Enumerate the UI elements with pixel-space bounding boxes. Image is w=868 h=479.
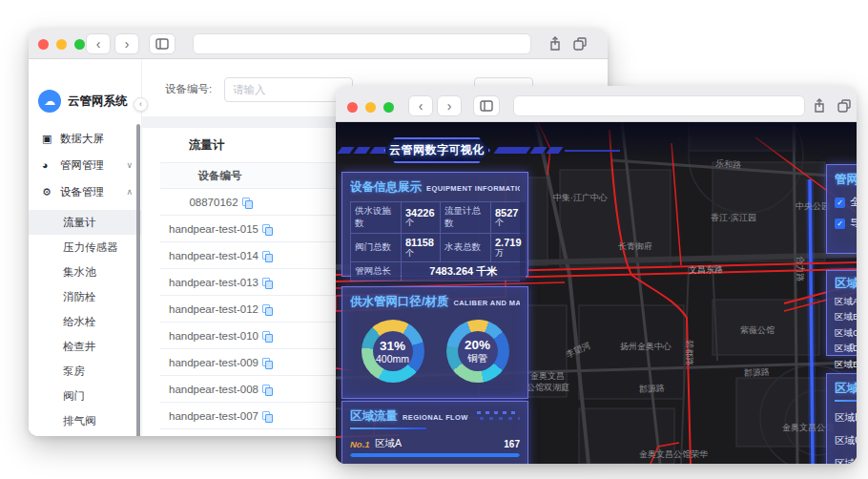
region-flow-row: 区域B <box>835 411 857 425</box>
sidebar-scrollbar[interactable] <box>136 124 140 436</box>
caliber-material-panel: 供水管网口径/材质 CALIBER AND MATERIAL 31% 400mm… <box>341 286 528 399</box>
checkbox-label: 全选 <box>850 196 857 209</box>
copy-tabs-button[interactable] <box>835 96 854 115</box>
tab-overview-button[interactable] <box>473 95 500 116</box>
checkbox-checked-icon[interactable] <box>835 219 845 229</box>
close-window-button[interactable] <box>38 39 49 50</box>
copy-id-icon[interactable] <box>262 251 271 260</box>
sidebar-subitem-exhaust-valve[interactable]: 排气阀 <box>29 408 142 433</box>
tab-overview-button[interactable] <box>149 33 176 54</box>
copy-id-icon[interactable] <box>262 331 271 341</box>
pipeline-icon: ◕ <box>42 159 53 171</box>
legend-label: 区域E <box>835 359 857 371</box>
address-bar[interactable] <box>513 95 805 116</box>
app-logo: ☁ <box>38 90 61 113</box>
traffic-lights <box>347 102 394 113</box>
back-button[interactable]: ‹ <box>86 33 111 54</box>
forward-button[interactable]: › <box>114 33 139 54</box>
share-icon <box>548 36 562 52</box>
stat-unit: 万 <box>495 249 522 259</box>
copy-id-icon[interactable] <box>262 304 271 314</box>
sidebar: ☁ 云管网系统 ▣ 数据大屏 ◕ 管网管理 ∨ ⚙ 设备管理 ∧ 流量计 <box>29 59 142 436</box>
legend-item: 区域C <box>835 327 857 340</box>
sidebar-item-pipe-mgmt[interactable]: ◕ 管网管理 ∨ <box>29 153 142 177</box>
checkbox-checked-icon[interactable] <box>835 198 845 208</box>
stat-unit: 个 <box>495 219 522 228</box>
stat-label: 阀门总数 <box>355 241 397 254</box>
browser-titlebar[interactable]: ‹ › <box>336 86 857 122</box>
donut-percent: 31% <box>380 339 405 353</box>
sidebar-item-data-screen[interactable]: ▣ 数据大屏 <box>29 126 142 151</box>
title-underline <box>835 400 857 402</box>
sidebar-subitem-water-hydrant[interactable]: 给水栓 <box>29 309 142 334</box>
device-id: handpear-test-009 <box>169 357 258 368</box>
copy-id-icon[interactable] <box>262 358 271 367</box>
stat-label: 管网总长 <box>355 265 397 278</box>
map-label: 扬州金奥中心 <box>620 342 672 351</box>
sidebar-subitem-outlet[interactable]: 出水口 <box>29 433 142 436</box>
header-deco-right <box>496 147 620 154</box>
sidebar-collapse-button[interactable]: ‹ <box>134 97 148 112</box>
flow-bar <box>350 453 520 457</box>
donut-label: 铜管 <box>467 352 487 365</box>
sidebar-subitem-flowmeter[interactable]: 流量计 <box>29 210 142 235</box>
share-button[interactable] <box>810 96 829 115</box>
copy-id-icon[interactable] <box>242 198 251 207</box>
copy-id-icon[interactable] <box>262 411 271 421</box>
minimize-window-button[interactable] <box>365 102 376 113</box>
minimize-window-button[interactable] <box>56 39 67 50</box>
device-no-label: 设备编号: <box>165 82 212 96</box>
map-label: 郡源路 <box>744 367 770 378</box>
close-window-button[interactable] <box>347 102 358 113</box>
map-label: 金奥文昌 <box>530 371 565 381</box>
panel-title: 区域峰值 <box>835 276 857 292</box>
copy-id-icon[interactable] <box>262 278 271 287</box>
flow-row: No.1 区域A 167 <box>350 437 520 450</box>
app-title: 云管网系统 <box>68 94 128 110</box>
device-no-input[interactable] <box>224 77 353 102</box>
stat-value: 7483.264 千米 <box>429 265 497 278</box>
chevron-up-icon: ∧ <box>126 187 133 197</box>
back-button[interactable]: ‹ <box>408 95 433 116</box>
copy-icon <box>573 37 588 52</box>
zoom-window-button[interactable] <box>383 102 394 113</box>
forward-button[interactable]: › <box>437 95 462 116</box>
map-label: 金奥文昌公馆荣华 <box>639 449 708 459</box>
app-logo-row: ☁ 云管网系统 <box>38 90 128 113</box>
legend-item: 区域B <box>835 311 857 323</box>
browser-titlebar[interactable]: ‹ › <box>29 29 608 59</box>
copy-id-icon[interactable] <box>262 224 271 234</box>
title-underline <box>350 427 426 429</box>
sidebar-subitem-inspection-well[interactable]: 检查井 <box>29 334 142 359</box>
copy-tabs-button[interactable] <box>570 34 589 53</box>
legend-label: 区域A <box>835 296 857 308</box>
layer-checkbox-row[interactable]: 导入 <box>835 217 857 230</box>
address-bar[interactable] <box>193 33 531 54</box>
sidebar-subitem-valve[interactable]: 阀门 <box>29 384 142 408</box>
copy-id-icon[interactable] <box>262 385 271 394</box>
sidebar-item-device-mgmt[interactable]: ⚙ 设备管理 ∧ <box>29 179 142 204</box>
map-label: 香江·滨江园 <box>711 213 756 222</box>
share-button[interactable] <box>546 34 565 53</box>
stat-label: 流量计总数 <box>444 205 486 230</box>
device-id: handpear-test-008 <box>169 384 258 395</box>
dashboard-browser-window: ‹ › <box>336 86 857 464</box>
sidebar-subitem-pump-house[interactable]: 泵房 <box>29 359 142 384</box>
zoom-window-button[interactable] <box>74 39 85 50</box>
sidebar-subitem-sump[interactable]: 集水池 <box>29 260 142 284</box>
region-label: 区域A <box>375 437 402 450</box>
axis-zero-label: 0 <box>850 342 855 351</box>
map-label: 碧都路 <box>685 340 694 365</box>
panel-subtitle: EQUIPMENT INFORMATION <box>426 184 520 193</box>
copy-icon <box>837 99 852 114</box>
map-label: 郡源路 <box>639 384 665 394</box>
sidebar-subitem-fire-hydrant[interactable]: 消防栓 <box>29 284 142 309</box>
deco-dots <box>477 411 520 420</box>
panel-title: 管网图层 <box>835 172 857 188</box>
sidebar-subitem-pressure-sensor[interactable]: 压力传感器 <box>29 235 142 260</box>
layer-checkbox-row[interactable]: 全选 <box>835 196 857 209</box>
regional-peak-panel: 区域峰值 区域A 区域B 区域C 区域D 区域E 0 <box>826 270 857 356</box>
pipe-layers-panel: 管网图层 全选 导入 <box>826 164 857 254</box>
map-label: 中集·江广中心 <box>553 193 608 202</box>
panel-subtitle: REGIONAL FLOW <box>403 413 468 422</box>
